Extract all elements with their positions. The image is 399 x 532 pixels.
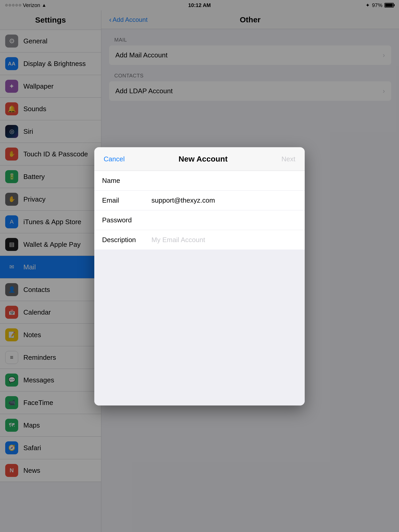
email-value: support@thexyz.com <box>151 196 297 204</box>
description-input[interactable] <box>151 236 297 244</box>
description-field-row: Description <box>94 230 305 250</box>
email-field: Email support@thexyz.com <box>94 191 305 210</box>
name-field: Name <box>94 171 305 191</box>
password-input[interactable] <box>151 216 297 224</box>
new-account-modal: Cancel New Account Next Name Email suppo… <box>94 147 305 405</box>
password-field-row: Password <box>94 210 305 230</box>
modal-header: Cancel New Account Next <box>94 147 305 171</box>
password-label: Password <box>102 216 151 224</box>
email-label: Email <box>102 196 151 204</box>
name-input[interactable] <box>151 177 297 185</box>
modal-title: New Account <box>178 155 228 163</box>
cancel-button[interactable]: Cancel <box>104 155 125 163</box>
name-label: Name <box>102 177 151 185</box>
description-label: Description <box>102 236 151 244</box>
account-form: Name Email support@thexyz.com Password D… <box>94 171 305 250</box>
next-button[interactable]: Next <box>282 155 295 163</box>
modal-spacer <box>94 250 305 405</box>
modal-body: Name Email support@thexyz.com Password D… <box>94 171 305 405</box>
